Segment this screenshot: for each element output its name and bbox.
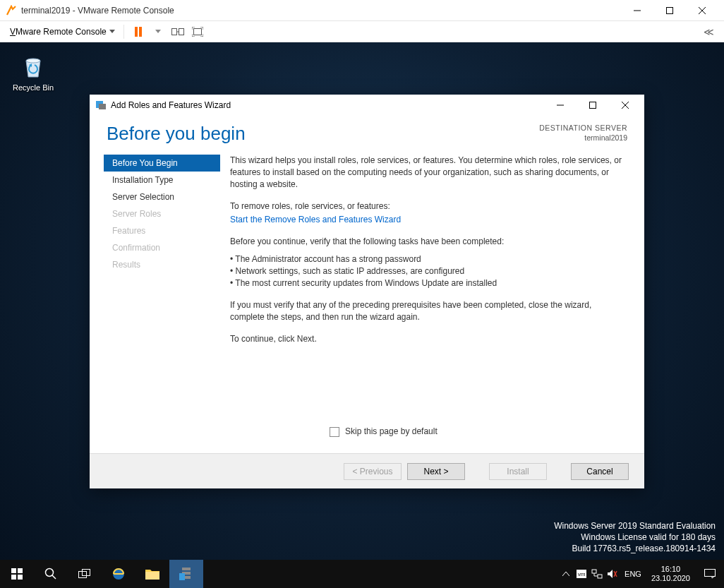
search-button[interactable]	[34, 560, 68, 588]
minimize-button[interactable]	[621, 0, 653, 21]
pause-dropdown[interactable]	[150, 24, 166, 40]
svg-point-22	[46, 569, 54, 577]
guest-desktop[interactable]: Recycle Bin Windows Server 2019 Standard…	[0, 42, 724, 588]
send-cad-button[interactable]	[170, 24, 186, 40]
wizard-nav: Before You Begin Installation Type Serve…	[90, 155, 220, 453]
close-paragraph: If you must verify that any of the prece…	[230, 299, 626, 323]
bullet-item: Network settings, such as static IP addr…	[230, 265, 626, 277]
install-button: Install	[489, 463, 547, 480]
nav-results: Results	[104, 256, 220, 273]
window-controls	[621, 0, 718, 21]
intro-paragraph: This wizard helps you install roles, rol…	[230, 155, 626, 191]
nav-confirmation: Confirmation	[104, 239, 220, 256]
next-button[interactable]: Next >	[407, 463, 465, 480]
svg-rect-31	[179, 573, 185, 580]
vmware-toolbar: VMware Remote Console ≪	[0, 21, 724, 42]
tray-language[interactable]: ENG	[620, 570, 646, 578]
svg-rect-15	[590, 102, 596, 109]
svg-point-10	[26, 59, 40, 63]
desktop-watermark: Windows Server 2019 Standard Evaluation …	[554, 520, 716, 554]
tray-up-icon[interactable]	[558, 560, 574, 588]
wizard-header: Before you begin DESTINATION SERVER term…	[90, 116, 644, 150]
vmrc-menu[interactable]: VMware Remote Console	[6, 25, 119, 39]
taskbar-server-manager[interactable]	[169, 560, 203, 588]
svg-rect-21	[18, 575, 23, 580]
svg-rect-1	[667, 7, 673, 13]
svg-rect-18	[11, 568, 16, 573]
tray-volume-icon[interactable]	[605, 560, 620, 588]
svg-rect-20	[11, 575, 16, 580]
wizard-content: This wizard helps you install roles, rol…	[220, 155, 644, 453]
taskbar-explorer[interactable]	[135, 560, 169, 588]
tray-clock[interactable]: 16:10 23.10.2020	[646, 565, 696, 583]
wizard-footer: < Previous Next > Install Cancel	[90, 453, 644, 488]
watermark-line: Windows License valid for 180 days	[554, 532, 716, 543]
destination-server-name: terminal2019	[539, 133, 627, 143]
svg-rect-34	[592, 570, 596, 573]
task-view-button[interactable]	[68, 560, 102, 588]
svg-rect-35	[598, 575, 602, 578]
nav-features: Features	[104, 222, 220, 239]
tray-vmtools-icon[interactable]: vm	[574, 560, 589, 588]
start-button[interactable]	[0, 560, 34, 588]
previous-button: < Previous	[344, 463, 402, 480]
tray-action-center[interactable]	[696, 569, 724, 579]
wizard-titlebar[interactable]: Add Roles and Features Wizard	[90, 95, 644, 116]
wizard-heading: Before you begin	[107, 123, 539, 145]
svg-rect-41	[705, 570, 716, 577]
destination-server-label: DESTINATION SERVER	[539, 123, 627, 133]
wizard-close-button[interactable]	[609, 95, 641, 116]
wizard-window: Add Roles and Features Wizard Before you…	[90, 95, 644, 488]
tray-network-icon[interactable]	[589, 560, 605, 588]
vmware-app-icon	[6, 5, 17, 16]
recycle-bin-label: Recycle Bin	[8, 83, 58, 92]
nav-installation-type[interactable]: Installation Type	[104, 172, 220, 188]
nav-before-you-begin[interactable]: Before You Begin	[104, 155, 220, 172]
svg-text:vm: vm	[578, 571, 586, 577]
wizard-title: Add Roles and Features Wizard	[111, 100, 544, 110]
svg-rect-13	[99, 104, 106, 109]
recycle-bin[interactable]: Recycle Bin	[8, 52, 58, 92]
svg-rect-9	[193, 28, 201, 35]
svg-rect-19	[18, 568, 23, 573]
watermark-line: Build 17763.rs5_release.180914-1434	[554, 543, 716, 554]
skip-checkbox[interactable]	[330, 427, 339, 437]
taskbar: vm ENG 16:10 23.10.2020	[0, 560, 724, 588]
skip-label: Skip this page by default	[345, 426, 438, 438]
svg-rect-27	[145, 572, 159, 580]
svg-rect-6	[171, 28, 176, 35]
pause-vm-button[interactable]	[131, 24, 146, 40]
svg-marker-4	[109, 30, 115, 33]
recycle-bin-icon	[19, 52, 47, 80]
svg-marker-38	[608, 570, 613, 578]
fullscreen-button[interactable]	[190, 24, 205, 40]
tray-time: 16:10	[651, 565, 690, 574]
maximize-button[interactable]	[653, 0, 686, 21]
pin-button[interactable]: ≪	[701, 24, 716, 40]
server-manager-icon	[95, 100, 107, 111]
nav-server-roles: Server Roles	[104, 205, 220, 222]
tray-date: 23.10.2020	[651, 574, 690, 583]
nav-server-selection[interactable]: Server Selection	[104, 188, 220, 205]
close-button[interactable]	[686, 0, 718, 21]
bullet-item: The most current security updates from W…	[230, 277, 626, 289]
svg-marker-5	[155, 30, 161, 33]
svg-rect-7	[179, 28, 183, 35]
svg-line-23	[52, 575, 56, 579]
system-tray: vm ENG 16:10 23.10.2020	[558, 560, 724, 588]
watermark-line: Windows Server 2019 Standard Evaluation	[554, 520, 716, 532]
bullet-item: The Administrator account has a strong p…	[230, 253, 626, 265]
taskbar-ie[interactable]	[102, 560, 135, 588]
skip-row[interactable]: Skip this page by default	[330, 426, 438, 438]
svg-rect-28	[182, 568, 191, 570]
wizard-minimize-button[interactable]	[544, 95, 577, 116]
remove-paragraph: To remove roles, role services, or featu…	[230, 200, 626, 212]
cancel-button[interactable]: Cancel	[571, 463, 629, 480]
wizard-maximize-button[interactable]	[577, 95, 609, 116]
vmware-titlebar: terminal2019 - VMware Remote Console	[0, 0, 724, 21]
verify-paragraph: Before you continue, verify that the fol…	[230, 236, 626, 248]
remove-wizard-link[interactable]: Start the Remove Roles and Features Wiza…	[230, 215, 401, 224]
continue-paragraph: To continue, click Next.	[230, 333, 626, 345]
window-title: terminal2019 - VMware Remote Console	[21, 6, 621, 16]
